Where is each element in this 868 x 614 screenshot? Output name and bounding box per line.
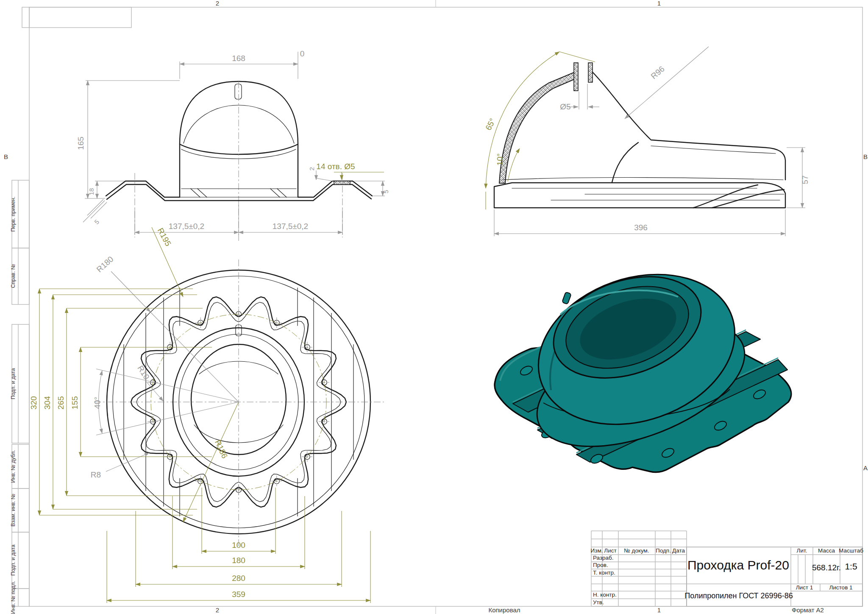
side-body-base-seam [503, 178, 783, 180]
dim-text: 5 [93, 218, 100, 226]
dim-text: 65° [484, 117, 497, 131]
front-view: 168 0 165 18 5 137,5±0,2 13 [76, 49, 389, 243]
sidebar-box: Инв. № дубл. [10, 444, 29, 488]
sidebar-label: Инв. № дубл. [10, 450, 16, 483]
wall-section-hatch [499, 72, 577, 183]
dim-168: 168 0 [180, 49, 304, 79]
row-letter-right: А [863, 464, 868, 472]
dim-r96: R96 [625, 47, 709, 119]
sidebar-label: Взам. инв. № [10, 494, 16, 526]
drawing-material: Полипропилен ГОСТ 26996-86 [684, 592, 793, 600]
row-razrab: Разраб. [593, 555, 614, 561]
side-view: 65° 10° Ø5 R96 57 [484, 47, 810, 236]
dim-text: 165 [76, 137, 85, 150]
col-docnum: № докум. [624, 547, 649, 554]
dim-text: 180 [232, 556, 245, 565]
sidebar-label: Подп. и дата [10, 544, 16, 576]
row-utv: Утв. [593, 599, 604, 606]
dim-text: 14 отв. Ø5 [316, 162, 355, 171]
iso-view [495, 249, 791, 472]
sidebar-box: Взам. инв. № [10, 488, 29, 532]
dim-text: 18 [88, 188, 95, 195]
title-block: Изм. Лист № докум. Подп. Дата Разраб. Пр… [591, 531, 864, 606]
row-tkontr: Т. контр. [593, 569, 615, 576]
dim-text: 137,5±0,2 [169, 222, 204, 231]
sidebar-box: Инв. № подл. [10, 581, 29, 614]
sidebar-box: Подп. и дата [10, 532, 29, 589]
scale-value: 1:5 [845, 561, 857, 571]
row-letter-left: В [4, 153, 8, 160]
iso-knob [562, 292, 571, 304]
sidebar-box: Подп. и дата [10, 324, 29, 443]
dim-text: 137,5±0,2 [273, 222, 308, 231]
dim-5-right: 5 [354, 181, 389, 196]
base-profile-top [106, 181, 372, 197]
dim-text: 155 [70, 396, 79, 410]
dim-text: 168 [232, 54, 245, 63]
dim-396: 396 [494, 209, 785, 236]
dim-r195: R195 [152, 226, 183, 297]
side-base [494, 183, 785, 208]
dim-text: 57 [801, 175, 810, 184]
scale-label: Масштаб [839, 547, 863, 554]
dim-text: 320 [29, 396, 38, 410]
dim-d5: Ø5 [560, 84, 599, 111]
side-body-outline [593, 72, 785, 180]
dim-text: 10° [495, 154, 504, 166]
sheet-number: Лист 1 [796, 584, 813, 591]
zone-label: 1 [657, 606, 661, 614]
copied-label: Копировал [488, 606, 520, 614]
col-izm: Изм. [591, 547, 603, 554]
dim-57: 57 [787, 148, 810, 208]
dim-5-left: 5 [83, 199, 107, 226]
zone-label: 2 [216, 606, 219, 614]
dim-text: 280 [232, 574, 245, 583]
dim-text: 40° [93, 397, 102, 409]
drawing-sheet: 2 1 2 1 В В А Копировал Формат А2 Перв. … [0, 0, 868, 614]
row-nkontr: Н. контр. [593, 592, 617, 598]
dim-text: 304 [43, 396, 52, 410]
dim-text: 100 [232, 541, 245, 550]
sheet-frame: 2 1 2 1 В В А Копировал Формат А2 [4, 0, 868, 614]
dim-text: 396 [634, 223, 648, 232]
col-data: Дата [672, 547, 685, 554]
dim-text: R180 [95, 254, 115, 274]
row-letter-right: В [863, 153, 868, 160]
base-profile-bottom [107, 184, 371, 201]
dim-text: Ø5 [560, 102, 570, 111]
sidebar-box: Перв. примен. [10, 180, 29, 248]
sidebar-label: Перв. примен. [10, 196, 16, 232]
corner-stamp-cell [22, 7, 29, 28]
hole-centermark [319, 416, 330, 427]
zone-label: 1 [657, 0, 661, 7]
sidebar-stamps: Перв. примен. Справ. № Подп. и дата Инв.… [10, 180, 29, 614]
sidebar-label: Подп. и дата [10, 368, 16, 399]
col-list: Лист [604, 547, 616, 554]
dim-text: 5 [382, 190, 389, 193]
dim-text-zero: 0 [300, 49, 305, 58]
drawing-title: Проходка Prof-20 [687, 558, 789, 572]
sidebar-label: Инв. № подл. [10, 581, 16, 614]
hole-centermark [302, 342, 313, 353]
dim-text: 359 [232, 590, 245, 599]
side-body-front-edge [612, 142, 638, 182]
mass-label: Масса [818, 547, 835, 554]
hole-section-hatch [334, 181, 350, 184]
row-prov: Пров. [593, 562, 608, 568]
col-podp: Подп. [656, 547, 671, 554]
dim-text: R8 [91, 470, 101, 479]
sidebar-box: Справ. № [10, 248, 29, 304]
sidebar-label: Справ. № [10, 264, 16, 288]
plan-view: R180 R195 R186 R10 R8 40° 320 [29, 226, 384, 603]
dim-text: 265 [56, 396, 65, 410]
spigot-wall-right [588, 63, 593, 82]
dome-knob [235, 84, 242, 99]
zone-label: 2 [216, 0, 219, 7]
mass-value: 568.12г. [812, 563, 841, 572]
spigot-wall-left [574, 63, 578, 91]
drawing-canvas: 2 1 2 1 В В А Копировал Формат А2 Перв. … [0, 0, 868, 614]
hole-centermark [302, 451, 313, 462]
inner-frame [29, 7, 862, 606]
dim-holes-note: 14 отв. Ø5 [316, 162, 384, 180]
format-label: Формат А2 [792, 606, 824, 614]
